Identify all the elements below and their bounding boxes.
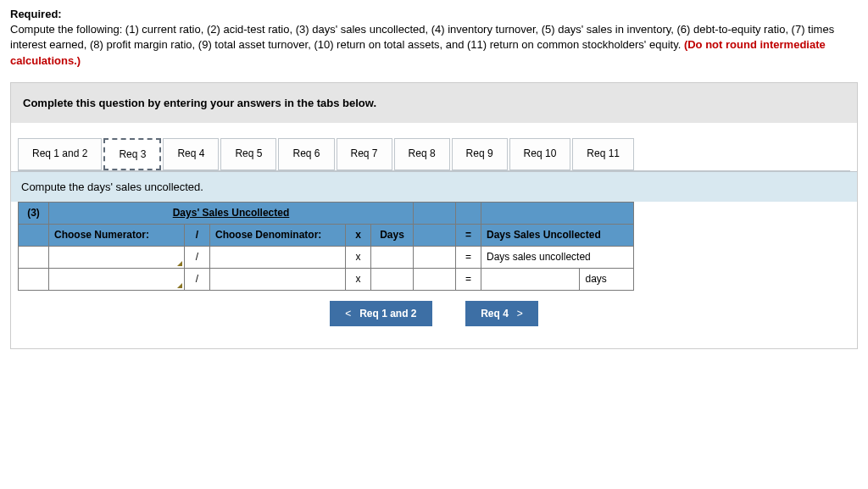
x-1: x — [346, 246, 371, 268]
chevron-left-icon: < — [345, 308, 351, 320]
question-panel: Complete this question by entering your … — [10, 82, 858, 349]
tabs-row: Req 1 and 2 Req 3 Req 4 Req 5 Req 6 Req … — [11, 123, 857, 170]
tab-req-3[interactable]: Req 3 — [103, 138, 161, 170]
tab-req-4[interactable]: Req 4 — [163, 138, 219, 170]
required-label: Required: — [10, 8, 62, 20]
tab-req-10[interactable]: Req 10 — [509, 138, 571, 170]
denominator-select-1[interactable] — [210, 246, 346, 268]
prev-label: Req 1 and 2 — [359, 308, 416, 320]
next-label: Req 4 — [481, 308, 509, 320]
eq-1: = — [456, 246, 481, 268]
row2-col0 — [19, 246, 49, 268]
slash-header: / — [185, 224, 210, 246]
eq-header: = — [456, 224, 481, 246]
tab-req-5[interactable]: Req 5 — [220, 138, 276, 170]
table-title: Days' Sales Uncollected — [49, 202, 414, 224]
days-header: Days — [371, 224, 414, 246]
result-header: Days Sales Uncollected — [481, 224, 634, 246]
row3-col0 — [19, 268, 49, 290]
slash-2: / — [185, 268, 210, 290]
nav-buttons: < Req 1 and 2 Req 4 > — [18, 291, 850, 342]
blank-header-1 — [414, 202, 456, 224]
choose-denominator-header: Choose Denominator: — [210, 224, 346, 246]
next-button[interactable]: Req 4 > — [465, 301, 538, 326]
eq-2: = — [456, 268, 481, 290]
days-input-2[interactable] — [371, 268, 414, 290]
result-value-2[interactable] — [481, 268, 580, 290]
slash-1: / — [185, 246, 210, 268]
denominator-select-2[interactable] — [210, 268, 346, 290]
chevron-right-icon: > — [517, 308, 523, 320]
numerator-select-2[interactable] — [49, 268, 185, 290]
numerator-select-1[interactable] — [49, 246, 185, 268]
computation-table: (3) Days' Sales Uncollected Choose Numer… — [18, 202, 634, 291]
tab-req-6[interactable]: Req 6 — [278, 138, 334, 170]
choose-numerator-header: Choose Numerator: — [49, 224, 185, 246]
blank-header-3 — [481, 202, 634, 224]
blank-1 — [414, 246, 456, 268]
tab-req-9[interactable]: Req 9 — [452, 138, 508, 170]
blank-header-4 — [414, 224, 456, 246]
sub-instruction: Compute the days' sales uncollected. — [11, 171, 857, 202]
tab-req-11[interactable]: Req 11 — [572, 138, 634, 170]
x-2: x — [346, 268, 371, 290]
x-header: x — [346, 224, 371, 246]
complete-banner: Complete this question by entering your … — [11, 83, 857, 123]
prev-button[interactable]: < Req 1 and 2 — [330, 301, 431, 326]
tab-req-1-2[interactable]: Req 1 and 2 — [18, 138, 102, 170]
days-unit-2: days — [580, 268, 634, 290]
blank-header-2 — [456, 202, 481, 224]
instructions: Required: Compute the following: (1) cur… — [10, 7, 858, 69]
result-text-1: Days sales uncollected — [481, 246, 634, 268]
blank-2 — [414, 268, 456, 290]
blank-left — [19, 224, 49, 246]
days-input-1[interactable] — [371, 246, 414, 268]
tab-req-7[interactable]: Req 7 — [337, 138, 392, 170]
tab-req-8[interactable]: Req 8 — [394, 138, 450, 170]
row-number: (3) — [19, 202, 49, 224]
